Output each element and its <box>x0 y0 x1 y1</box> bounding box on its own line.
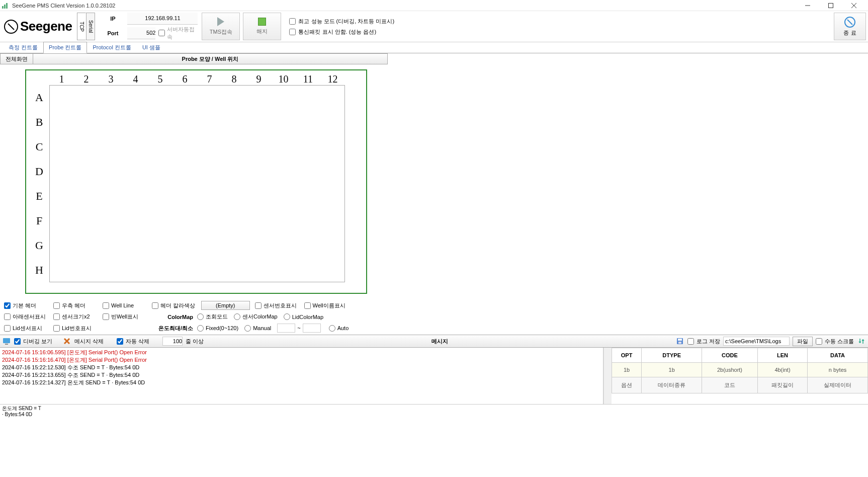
table-cell: 실제데이터 <box>808 377 868 393</box>
logo-icon <box>4 20 18 34</box>
auto-delete-check[interactable]: 자동 삭제 <box>117 338 149 345</box>
row-header: D <box>29 159 49 184</box>
well-name-check[interactable]: Well이름표시 <box>304 302 354 309</box>
perf-mode-checkbox[interactable] <box>289 18 296 25</box>
table-row: 옵션데이터종류코드패킷길이실제데이터 <box>612 377 868 393</box>
log-scrollbar[interactable] <box>603 348 612 404</box>
line-suffix-label: 줄 이상 <box>186 338 204 345</box>
sensor-x2-check[interactable]: 센서크기x2 <box>53 313 103 321</box>
col-header: 8 <box>222 73 246 85</box>
ip-label: IP <box>99 13 126 25</box>
fullscreen-button[interactable]: 전체화면 <box>0 53 33 64</box>
row-header: G <box>29 233 49 258</box>
tab-serial[interactable]: Serial <box>86 13 95 40</box>
plate-grid[interactable] <box>49 85 345 282</box>
below-sensor-check[interactable]: 아래센서표시 <box>4 313 53 321</box>
tab-ui-sample[interactable]: UI 샘플 <box>137 42 166 53</box>
table-header: CODE <box>702 348 758 363</box>
line-count-input[interactable] <box>162 337 183 346</box>
stop-icon <box>258 18 266 26</box>
well-plate: 123456789101112 ABCDEFGH <box>25 69 367 294</box>
log-panel[interactable]: 2024-07-16 15:16:06.595] [온도계] Serial Po… <box>0 348 603 404</box>
tab-probe[interactable]: Probe 컨트롤 <box>43 42 87 53</box>
exit-button[interactable]: 종 료 <box>834 13 866 40</box>
titlebar: SeeGene PMS Client Version 1.0.0.28102 <box>0 0 868 11</box>
save-log-check[interactable]: 로그 저장 <box>687 338 720 345</box>
table-cell: n bytes <box>808 363 868 377</box>
top-options: 최고 성능 모드 (디버깅, 차트등 미표시) 통신패킷 표시 안함. (성능 … <box>284 13 394 40</box>
auto-server-checkbox[interactable] <box>158 30 165 36</box>
svg-rect-13 <box>678 339 682 341</box>
monitor-icon[interactable] <box>2 337 11 346</box>
sensor-cm-radio[interactable]: 센서ColorMap <box>234 313 278 321</box>
file-button[interactable]: 파일 <box>793 337 813 346</box>
perf-mode-check[interactable]: 최고 성능 모드 (디버깅, 차트등 미표시) <box>289 18 394 25</box>
table-cell: 4b(int) <box>757 363 807 377</box>
tab-tcp[interactable]: TCP <box>77 13 86 40</box>
disconnect-label: 해지 <box>256 28 268 35</box>
col-header: 6 <box>172 73 197 85</box>
basic-header-check[interactable]: 기본 헤더 <box>4 302 53 309</box>
table-cell: 1b <box>642 363 702 377</box>
svg-rect-8 <box>3 338 10 343</box>
tab-measure[interactable]: 측정 컨트롤 <box>3 42 43 53</box>
debug-view-check[interactable]: 디버깅 보기 <box>14 338 52 345</box>
delete-icon[interactable] <box>62 337 71 346</box>
window-title: SeeGene PMS Client Version 1.0.0.28102 <box>12 3 115 9</box>
manual-max-input[interactable] <box>303 324 321 333</box>
message-title: 메시지 <box>207 338 672 345</box>
col-header: 12 <box>320 73 345 85</box>
ip-input[interactable] <box>127 13 198 25</box>
svg-rect-2 <box>6 3 8 9</box>
tab-protocol[interactable]: Protocol 컨트롤 <box>87 42 136 53</box>
colormap-label: ColorMap <box>152 314 197 320</box>
port-input[interactable] <box>127 27 155 39</box>
svg-rect-9 <box>5 344 8 345</box>
sort-icon[interactable] <box>857 337 866 346</box>
close-button[interactable] <box>847 1 861 10</box>
col-header: 9 <box>246 73 271 85</box>
manual-min-input[interactable] <box>277 324 295 333</box>
header-color-check[interactable]: 헤더 칼라색상 <box>152 302 201 309</box>
save-icon[interactable] <box>675 337 684 346</box>
minimize-button[interactable] <box>801 1 815 10</box>
log-path-input[interactable] <box>723 337 790 346</box>
auto-radio[interactable]: Auto <box>329 325 349 332</box>
col-header: 2 <box>74 73 99 85</box>
plate-options: 기본 헤더 우측 헤더 Well Line 헤더 칼라색상 (Empty) 센서… <box>0 299 868 335</box>
disconnect-button[interactable]: 해지 <box>243 13 281 40</box>
well-line-check[interactable]: Well Line <box>103 302 152 309</box>
viewmode-radio[interactable]: 조회모드 <box>197 313 228 321</box>
ip-port-panel: IP Port 서버자동접속 <box>98 13 199 40</box>
perf-mode-label: 최고 성능 모드 (디버깅, 차트등 미표시) <box>298 18 394 25</box>
lid-no-check[interactable]: Lid번호표시 <box>53 325 103 332</box>
lid-sensor-check[interactable]: Lid센서표시 <box>4 325 53 332</box>
packet-hide-check[interactable]: 통신패킷 표시 안함. (성능 옵션) <box>289 28 394 36</box>
manual-radio[interactable]: Manual <box>244 325 271 332</box>
sensor-no-check[interactable]: 센서번호표시 <box>255 302 304 309</box>
table-cell: 데이터종류 <box>642 377 702 393</box>
maximize-button[interactable] <box>824 1 838 10</box>
table-cell: 패킷길이 <box>757 377 807 393</box>
msg-delete-label[interactable]: 메시지 삭제 <box>74 338 104 345</box>
empty-button[interactable]: (Empty) <box>201 301 250 310</box>
play-icon <box>217 17 224 26</box>
fixed-radio[interactable]: Fixed(0~120) <box>197 325 238 332</box>
logo: Seegene <box>2 13 74 40</box>
packet-hide-checkbox[interactable] <box>289 29 296 35</box>
row-header: H <box>29 258 49 282</box>
auto-server-check[interactable]: 서버자동접속 <box>158 26 198 41</box>
empty-well-check[interactable]: 빈Well표시 <box>103 313 152 321</box>
logo-text: Seegene <box>20 19 72 34</box>
lid-cm-radio[interactable]: LidColorMap <box>284 313 323 320</box>
status-line-2: · Bytes:54 0D <box>2 412 866 418</box>
right-header-check[interactable]: 우측 헤더 <box>53 302 103 309</box>
manual-scroll-check[interactable]: 수동 스크롤 <box>816 338 854 345</box>
port-label: Port <box>99 26 126 41</box>
log-line: 2024-07-16 15:16:16.470] [온도계] Serial Po… <box>2 356 601 364</box>
table-cell: 2b(ushort) <box>702 363 758 377</box>
table-row: 1b1b2b(ushort)4b(int)n bytes <box>612 363 868 377</box>
svg-line-7 <box>8 24 14 30</box>
table-cell: 옵션 <box>612 377 642 393</box>
tms-connect-button[interactable]: TMS접속 <box>202 13 240 40</box>
